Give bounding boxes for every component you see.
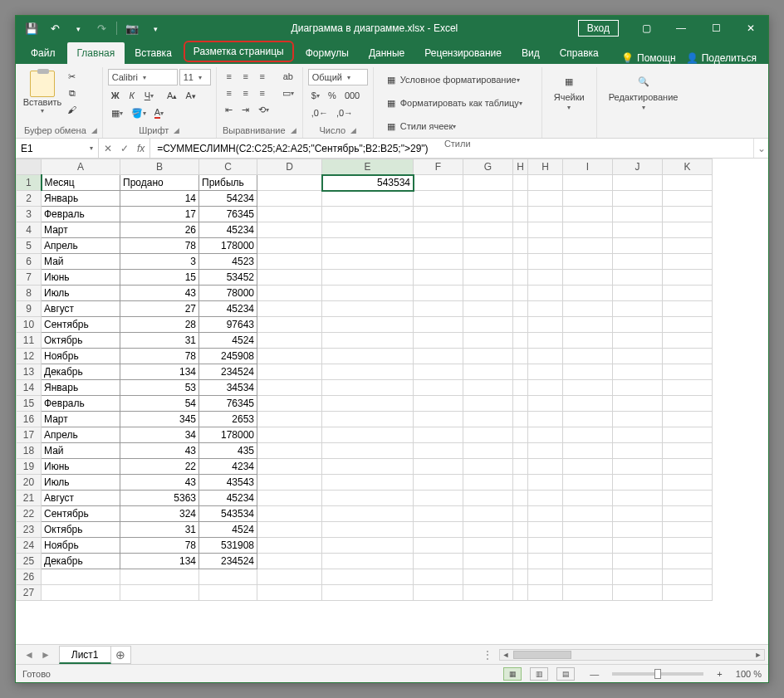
- cell[interactable]: [257, 270, 322, 286]
- cell[interactable]: [414, 459, 463, 475]
- cell[interactable]: [613, 286, 663, 301]
- cell[interactable]: [663, 238, 713, 254]
- dialog-launcher-icon[interactable]: ◢: [350, 126, 356, 134]
- cell[interactable]: [528, 396, 563, 412]
- cell[interactable]: [513, 522, 528, 538]
- cell[interactable]: [513, 349, 528, 364]
- cell[interactable]: [613, 427, 663, 443]
- cell[interactable]: [322, 333, 414, 349]
- horizontal-scrollbar[interactable]: ◄ ►: [499, 649, 765, 661]
- name-box[interactable]: E1 ▾: [16, 139, 99, 158]
- row-header[interactable]: 26: [17, 569, 42, 585]
- cell[interactable]: [414, 538, 463, 554]
- cell[interactable]: [663, 191, 713, 207]
- cell[interactable]: [563, 254, 613, 270]
- sheet-next-icon[interactable]: ►: [41, 649, 51, 661]
- row-header[interactable]: 3: [17, 207, 42, 222]
- cell[interactable]: [414, 443, 463, 459]
- tab-view[interactable]: Вид: [512, 42, 550, 64]
- cell[interactable]: [663, 317, 713, 333]
- tab-home[interactable]: Главная: [67, 42, 125, 64]
- italic-button[interactable]: К: [125, 88, 140, 103]
- cell[interactable]: [663, 175, 713, 191]
- cell[interactable]: [513, 175, 528, 191]
- cell[interactable]: [528, 380, 563, 396]
- share-button[interactable]: 👤 Поделиться: [686, 52, 757, 64]
- tab-formulas[interactable]: Формулы: [296, 42, 359, 64]
- cell[interactable]: Ноябрь: [42, 538, 120, 554]
- cell[interactable]: [563, 459, 613, 475]
- cell[interactable]: [528, 364, 563, 380]
- font-color-button[interactable]: A▾: [151, 105, 167, 120]
- cell[interactable]: Сентябрь: [42, 506, 120, 522]
- cell[interactable]: [414, 522, 463, 538]
- undo-dropdown-icon[interactable]: ▾: [67, 18, 89, 38]
- column-header[interactable]: G: [463, 159, 513, 175]
- cells-button[interactable]: ▦ Ячейки ▾: [547, 69, 591, 115]
- cell[interactable]: [663, 207, 713, 222]
- comma-format-button[interactable]: 000: [341, 88, 363, 103]
- cell[interactable]: [663, 349, 713, 364]
- cell[interactable]: 543534: [199, 506, 257, 522]
- cell[interactable]: [528, 238, 563, 254]
- percent-format-button[interactable]: %: [325, 88, 340, 103]
- row-header[interactable]: 5: [17, 238, 42, 254]
- cell[interactable]: [414, 191, 463, 207]
- cell[interactable]: Октябрь: [42, 522, 120, 538]
- cell[interactable]: [663, 585, 713, 601]
- increase-decimal-button[interactable]: ,0←: [308, 105, 331, 120]
- cell[interactable]: 76345: [199, 207, 257, 222]
- cell[interactable]: [613, 333, 663, 349]
- column-header[interactable]: H: [513, 159, 528, 175]
- row-header[interactable]: 2: [17, 191, 42, 207]
- cell[interactable]: [528, 522, 563, 538]
- cell[interactable]: Июль: [42, 286, 120, 301]
- cell[interactable]: [513, 238, 528, 254]
- cell[interactable]: [663, 443, 713, 459]
- cell[interactable]: [563, 554, 613, 569]
- cell[interactable]: [463, 412, 513, 427]
- cell[interactable]: [528, 270, 563, 286]
- cell[interactable]: [528, 569, 563, 585]
- cell[interactable]: 15: [120, 270, 199, 286]
- cell[interactable]: [563, 349, 613, 364]
- cell[interactable]: [414, 506, 463, 522]
- align-middle-button[interactable]: ≡: [238, 69, 253, 84]
- cell[interactable]: [563, 538, 613, 554]
- cell[interactable]: 134: [120, 364, 199, 380]
- cell[interactable]: [563, 175, 613, 191]
- cell[interactable]: [613, 412, 663, 427]
- cell[interactable]: [199, 569, 257, 585]
- cell[interactable]: [414, 585, 463, 601]
- cell[interactable]: Октябрь: [42, 333, 120, 349]
- row-header[interactable]: 24: [17, 538, 42, 554]
- cell[interactable]: [322, 270, 414, 286]
- cell[interactable]: 76345: [199, 396, 257, 412]
- cell[interactable]: Апрель: [42, 238, 120, 254]
- cell[interactable]: [257, 459, 322, 475]
- cell[interactable]: [414, 475, 463, 491]
- cell[interactable]: [463, 443, 513, 459]
- cell[interactable]: [663, 301, 713, 317]
- cell[interactable]: [513, 443, 528, 459]
- cell[interactable]: Январь: [42, 380, 120, 396]
- column-header[interactable]: F: [414, 159, 463, 175]
- cell[interactable]: Март: [42, 222, 120, 238]
- cell[interactable]: Декабрь: [42, 554, 120, 569]
- cell[interactable]: [463, 427, 513, 443]
- cell[interactable]: [513, 380, 528, 396]
- cell[interactable]: [414, 222, 463, 238]
- cell[interactable]: [563, 238, 613, 254]
- cell[interactable]: [613, 491, 663, 506]
- cell[interactable]: 34: [120, 427, 199, 443]
- cell[interactable]: [563, 286, 613, 301]
- cell[interactable]: Апрель: [42, 427, 120, 443]
- cell[interactable]: [513, 538, 528, 554]
- cell[interactable]: 22: [120, 459, 199, 475]
- cell[interactable]: [414, 238, 463, 254]
- cell[interactable]: [528, 554, 563, 569]
- cell[interactable]: [528, 175, 563, 191]
- cell[interactable]: [463, 364, 513, 380]
- cell[interactable]: [414, 333, 463, 349]
- cell[interactable]: [563, 506, 613, 522]
